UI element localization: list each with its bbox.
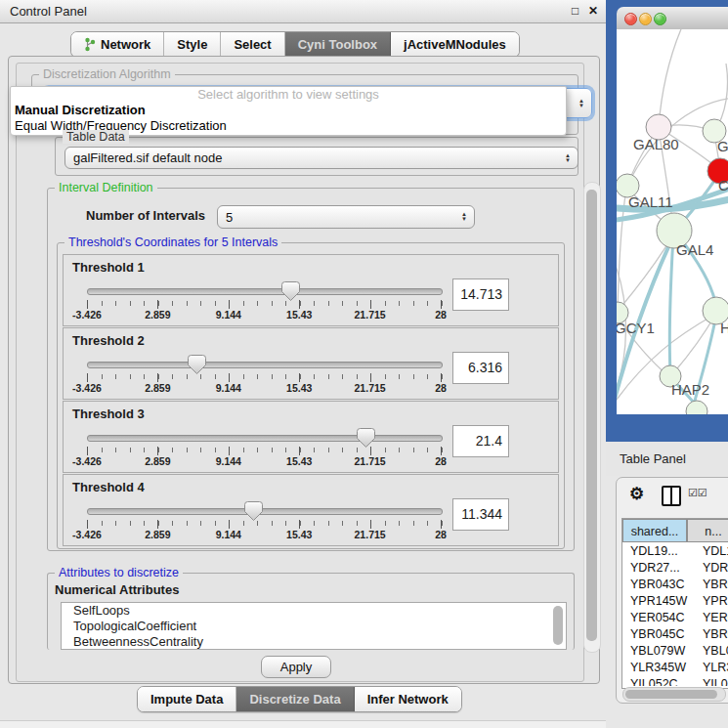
tab-select[interactable]: Select — [221, 32, 284, 57]
table-cell[interactable]: YBL0 — [695, 643, 728, 660]
tab-label: Infer Network — [367, 692, 449, 707]
combo-arrows-icon: ▲▼ — [578, 99, 584, 108]
slider-major-tick — [299, 520, 300, 529]
algorithm-option-manual-discretization[interactable]: Manual Discretization — [11, 103, 566, 118]
network-node-label: GA — [717, 138, 728, 154]
node-table: shared...n... YDL19...YDL1YDR27...YDR2YB… — [621, 518, 728, 689]
bottom-tab-discretize-data[interactable]: Discretize Data — [236, 687, 354, 711]
threshold-1-slider-track[interactable] — [87, 288, 443, 295]
threshold-3-slider-track[interactable] — [87, 435, 443, 442]
table-row[interactable]: YDR27...YDR2 — [622, 560, 728, 577]
table-cell[interactable]: YBR045C — [622, 626, 695, 643]
table-cell[interactable]: YBL079W — [622, 643, 695, 660]
slider-major-tick — [299, 300, 300, 309]
table-row[interactable]: YBL079WYBL0 — [622, 643, 728, 660]
tab-label: Style — [177, 37, 207, 52]
main-scrollbar[interactable] — [583, 182, 601, 653]
table-cell[interactable]: YBR0 — [695, 577, 728, 593]
table-row[interactable]: YBR043CYBR0 — [622, 577, 728, 593]
tab-network[interactable]: Network — [71, 32, 164, 57]
tab-cyni-toolbox[interactable]: Cyni Toolbox — [285, 32, 391, 57]
threshold-4-slider-thumb[interactable] — [244, 501, 263, 521]
network-window-titlebar[interactable] — [617, 7, 728, 30]
slider-tick-label: 2.859 — [145, 455, 170, 467]
slider-tick-label: -3.426 — [72, 455, 102, 467]
column-header-n-[interactable]: n... — [687, 519, 728, 542]
float-icon[interactable]: □ — [572, 4, 578, 18]
table-row[interactable]: YPR145WYPR1 — [622, 593, 728, 610]
table-cell[interactable]: YDR27... — [622, 560, 695, 577]
window-button-close[interactable] — [624, 13, 637, 25]
table-cell[interactable]: YLR345W — [622, 660, 695, 676]
columns-icon[interactable] — [662, 486, 681, 506]
table-cell[interactable]: YLR3 — [695, 660, 728, 676]
table-hscrollbar[interactable] — [622, 687, 726, 702]
main-scrollbar-thumb[interactable] — [586, 190, 597, 641]
threshold-1-slider-thumb[interactable] — [281, 281, 300, 301]
network-canvas[interactable]: GAL80GACGAL11GAL4GCY1HHAP2 — [617, 29, 728, 414]
table-cell[interactable]: YDL19... — [622, 543, 695, 560]
top-tab-bar: NetworkStyleSelectCyni ToolboxjActiveMNo… — [70, 31, 520, 58]
slider-tick-label: 15.43 — [286, 382, 312, 394]
threshold-2-slider-thumb[interactable] — [188, 355, 206, 374]
threshold-2-value-field[interactable]: 6.316 — [452, 352, 509, 384]
attribute-item-topologicalcoefficient[interactable]: TopologicalCoefficient — [62, 619, 566, 634]
threshold-3-slider-thumb[interactable] — [357, 428, 375, 448]
apply-button[interactable]: Apply — [261, 656, 331, 678]
thresholds-group-title: Threshold's Coordinates for 5 Intervals — [64, 236, 281, 249]
table-cell[interactable]: YPR1 — [695, 593, 728, 610]
table-cell[interactable]: YBR0 — [695, 626, 728, 643]
bottom-tab-infer-network[interactable]: Infer Network — [355, 687, 461, 711]
table-row[interactable]: YIL052CYIL0 — [622, 676, 728, 686]
close-icon[interactable]: ✕ — [588, 4, 598, 18]
slider-tick-label: 9.144 — [216, 382, 241, 394]
number-of-intervals-combo[interactable]: 5 ▲▼ — [217, 205, 475, 229]
attribute-item-betweennesscentrality[interactable]: BetweennessCentrality — [62, 634, 566, 650]
table-cell[interactable]: YDR2 — [695, 560, 728, 577]
slider-tick-label: 9.144 — [216, 529, 241, 540]
threshold-2-slider-track[interactable] — [87, 362, 443, 368]
attributes-scrollbar-thumb[interactable] — [553, 606, 563, 645]
tab-label: Network — [101, 37, 150, 52]
table-data-combo-value: galFiltered.sif default node — [73, 150, 222, 165]
slider-tick-label: 9.144 — [216, 455, 241, 467]
table-cell[interactable]: YBR043C — [622, 577, 695, 593]
bottom-tab-impute-data[interactable]: Impute Data — [138, 687, 236, 711]
slider-major-tick — [87, 300, 88, 309]
gear-icon[interactable]: ⚙ — [629, 484, 644, 504]
table-cell[interactable]: YER0 — [695, 610, 728, 626]
threshold-1-value-field[interactable]: 14.713 — [452, 278, 509, 311]
window-bottom-edge — [0, 720, 606, 728]
window-button-minimize[interactable] — [639, 13, 652, 25]
slider-tick-label: -3.426 — [72, 529, 102, 540]
threshold-3-value-field[interactable]: 21.4 — [452, 425, 509, 457]
interval-definition-title: Interval Definition — [55, 181, 157, 194]
checkboxes-icon[interactable]: ☑☑ — [688, 487, 707, 499]
threshold-panel-2: Threshold 2-3.4262.8599.14415.4321.71528… — [63, 327, 559, 400]
threshold-list: Threshold 1-3.4262.8599.14415.4321.71528… — [63, 254, 559, 545]
column-header-shared-[interactable]: shared... — [622, 519, 687, 542]
table-hscrollbar-thumb[interactable] — [625, 690, 717, 699]
slider-major-tick — [229, 373, 230, 382]
table-cell[interactable]: YER054C — [622, 610, 695, 626]
table-data-combo[interactable]: galFiltered.sif default node ▲▼ — [64, 147, 578, 169]
panel-title: Control Panel — [10, 4, 87, 19]
table-row[interactable]: YDL19...YDL1 — [622, 543, 728, 560]
table-row[interactable]: YER054CYER0 — [622, 610, 728, 626]
tab-style[interactable]: Style — [164, 32, 221, 57]
table-cell[interactable]: YIL052C — [622, 676, 695, 686]
table-row[interactable]: YBR045CYBR0 — [622, 626, 728, 643]
tab-jactivemnodules[interactable]: jActiveMNodules — [391, 32, 519, 57]
network-node-label: GAL80 — [633, 136, 679, 152]
threshold-4-slider-track[interactable] — [87, 508, 443, 515]
table-row[interactable]: YLR345WYLR3 — [622, 660, 728, 676]
window-button-zoom[interactable] — [654, 13, 666, 25]
threshold-4-value-field[interactable]: 11.344 — [452, 498, 509, 531]
table-cell[interactable]: YDL1 — [695, 543, 728, 560]
slider-tick-label: 28 — [435, 382, 447, 394]
attribute-item-selfloops[interactable]: SelfLoops — [62, 603, 566, 619]
network-node-unlabeled[interactable] — [686, 401, 707, 414]
table-cell[interactable]: YPR145W — [622, 593, 695, 610]
tab-label: Discretize Data — [249, 692, 340, 707]
table-cell[interactable]: YIL0 — [695, 676, 728, 686]
